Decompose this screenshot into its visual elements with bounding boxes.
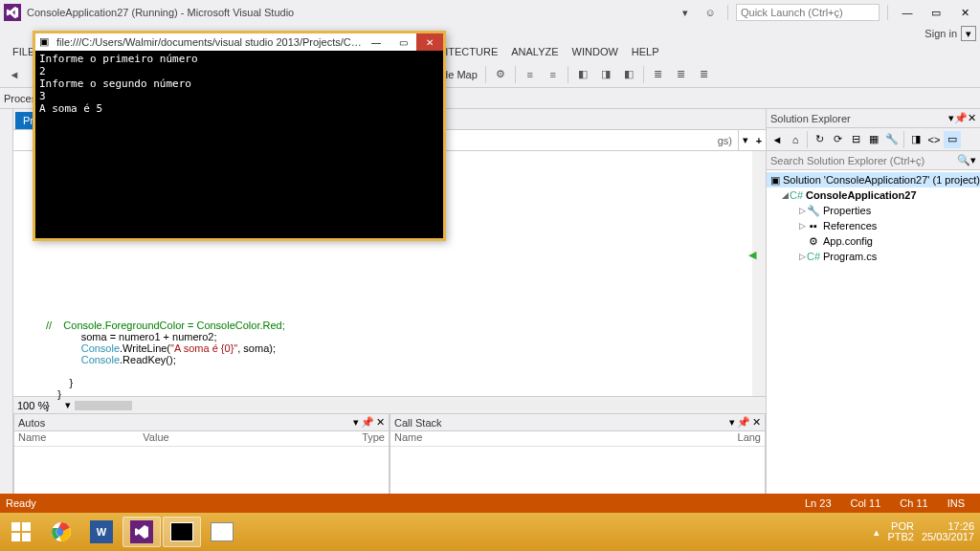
tb-btn-b[interactable]: ≡ (520, 64, 541, 85)
taskbar-visualstudio[interactable] (122, 517, 161, 547)
svg-rect-1 (22, 522, 31, 531)
tree-arrow-icon[interactable]: ▷ (797, 252, 807, 261)
console-app-icon: ▣ (39, 35, 53, 49)
tree-arrow-icon[interactable]: ▷ (797, 221, 807, 231)
tree-appconfig[interactable]: ⚙ App.config (767, 233, 980, 249)
taskbar-app[interactable] (203, 517, 241, 547)
menu-analyze[interactable]: ANALYZE (504, 46, 565, 57)
menu-help[interactable]: HELP (625, 46, 666, 57)
tree-references[interactable]: ▷ ▪▪ References (767, 218, 980, 233)
code-line-2c: , soma); (237, 342, 276, 354)
code-line-cmt: // Console.ForegroundColor = ConsoleColo… (46, 320, 285, 331)
close-button[interactable]: ✕ (953, 5, 976, 20)
se-tree[interactable]: ▣ Solution 'ConsoleApplication27' (1 pro… (767, 170, 980, 513)
tb-btn-c[interactable]: ≡ (543, 64, 564, 85)
se-code-icon[interactable]: <> (925, 131, 943, 148)
taskbar-word[interactable]: W (82, 517, 121, 547)
code-brace-3: } (46, 400, 50, 411)
code-line-2a (46, 342, 81, 354)
restore-button[interactable]: ▭ (924, 5, 947, 20)
code-line-2str: "A soma é {0}" (170, 342, 237, 354)
tree-programcs[interactable]: ▷ C# Program.cs (767, 249, 980, 264)
tb-btn-e[interactable]: ◨ (595, 64, 616, 85)
tree-properties-label: Properties (823, 205, 871, 216)
callstack-col-lang[interactable]: Lang (685, 431, 765, 446)
tb-btn-g[interactable]: ≣ (648, 64, 669, 85)
tree-arrow-icon[interactable]: ◢ (780, 190, 790, 200)
tree-programcs-label: Program.cs (823, 251, 877, 262)
code-brace-2: } (46, 388, 61, 400)
tb-btn-d[interactable]: ◧ (572, 64, 593, 85)
left-toolbox-strip[interactable] (0, 109, 13, 530)
notifications-icon[interactable]: ▾ (676, 3, 695, 22)
autos-col-name[interactable]: Name (14, 431, 139, 446)
taskbar-console[interactable] (163, 517, 201, 547)
code-hscrollbar[interactable] (75, 401, 766, 410)
se-collapse-icon[interactable]: ⊟ (847, 131, 864, 148)
solution-explorer: Solution Explorer ▾ 📌 ✕ ◄ ⌂ ↻ ⟳ ⊟ ▦ 🔧 ◨ … (766, 109, 980, 530)
console-title-bar[interactable]: ▣ file:///C:/Users/Walmir/documents/visu… (35, 33, 443, 51)
add-button[interactable]: + (752, 135, 766, 146)
code-line-2b: .WriteLine( (120, 342, 170, 354)
se-preview-icon[interactable]: ◨ (907, 131, 924, 148)
code-vscrollbar[interactable] (752, 151, 766, 396)
window-title: ConsoleApplication27 (Running) - Microso… (27, 7, 676, 18)
se-refresh-icon[interactable]: ⟳ (829, 131, 846, 148)
autos-col-type[interactable]: Type (264, 431, 389, 446)
se-search-icon[interactable]: 🔍▾ (957, 154, 976, 166)
console-minimize-button[interactable]: — (363, 33, 390, 51)
console-window[interactable]: ▣ file:///C:/Users/Walmir/documents/visu… (33, 31, 446, 241)
tb-btn-i[interactable]: ≣ (694, 64, 715, 85)
console-maximize-button[interactable]: ▭ (390, 33, 416, 51)
se-sync-icon[interactable]: ↻ (811, 131, 828, 148)
menu-window[interactable]: WINDOW (566, 46, 625, 57)
callstack-col-name[interactable]: Name (390, 431, 685, 446)
se-pin-icon[interactable]: 📌 (954, 112, 968, 124)
cs-file-icon: C# (807, 250, 820, 263)
tray-clock[interactable]: 17:26 25/03/2017 (922, 521, 974, 542)
tree-arrow-icon[interactable]: ▷ (797, 206, 807, 215)
console-close-button[interactable]: ✕ (416, 33, 443, 51)
se-showall-icon[interactable]: ▦ (865, 131, 882, 148)
code-line-2cls: Console (81, 342, 120, 354)
se-back-icon[interactable]: ◄ (768, 131, 786, 148)
status-ch: Ch 11 (890, 497, 937, 509)
tree-properties[interactable]: ▷ 🔧 Properties (767, 203, 980, 218)
sign-in-icon[interactable]: ▾ (961, 26, 976, 41)
se-close-icon[interactable]: ✕ (968, 112, 976, 124)
start-button[interactable] (2, 517, 40, 547)
se-search-input[interactable] (770, 155, 957, 166)
se-view-icon[interactable]: ▭ (944, 131, 961, 148)
tree-solution[interactable]: ▣ Solution 'ConsoleApplication27' (1 pro… (767, 172, 980, 187)
tray-up-icon[interactable]: ▴ (874, 526, 880, 539)
tb-btn-a[interactable]: ⚙ (490, 64, 511, 85)
tb-btn-f[interactable]: ◧ (618, 64, 639, 85)
tree-project[interactable]: ◢ C# ConsoleApplication27 (767, 187, 980, 203)
minimize-button[interactable]: — (896, 5, 919, 20)
tree-references-label: References (823, 220, 877, 231)
sign-in-link[interactable]: Sign in (924, 28, 957, 39)
vs-logo (4, 4, 21, 21)
status-ln: Ln 23 (795, 497, 841, 509)
references-icon: ▪▪ (807, 219, 820, 232)
feedback-icon[interactable]: ☺ (701, 3, 720, 22)
se-properties-icon[interactable]: 🔧 (883, 131, 901, 148)
wrench-icon: 🔧 (807, 204, 820, 217)
tree-project-label: ConsoleApplication27 (806, 189, 917, 201)
autos-col-value[interactable]: Value (139, 431, 263, 446)
solution-icon: ▣ (770, 173, 780, 187)
quick-launch-input[interactable] (736, 4, 880, 21)
svg-rect-0 (11, 522, 20, 531)
split-button[interactable]: ▾ (739, 134, 752, 146)
nav-back-button[interactable]: ◄ (4, 64, 25, 85)
se-home-icon[interactable]: ⌂ (787, 131, 804, 148)
console-output[interactable]: Informe o primeiro número 2 Informe o se… (35, 51, 443, 238)
tray-lang-2: PTB2 (887, 532, 914, 542)
tray-lang[interactable]: POR PTB2 (887, 521, 914, 542)
taskbar-chrome[interactable] (42, 517, 80, 547)
console-title: file:///C:/Users/Walmir/documents/visual… (56, 36, 363, 48)
tb-btn-h[interactable]: ≣ (671, 64, 692, 85)
svg-rect-3 (22, 533, 31, 541)
csproj-icon: C# (790, 188, 803, 202)
code-line-3a (46, 354, 81, 365)
